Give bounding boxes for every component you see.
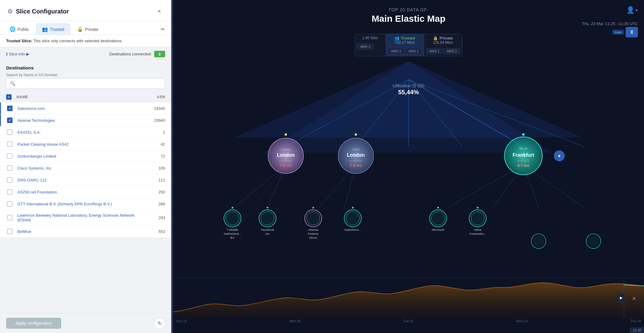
- svg-point-37: [226, 211, 239, 225]
- svg-point-72: [477, 207, 479, 208]
- panel-divider: [171, 0, 173, 333]
- svg-text:Facebook: Facebook: [261, 228, 274, 231]
- check-all-column[interactable]: [6, 94, 13, 100]
- info-label: Trusted Slice:: [6, 39, 32, 43]
- datetime-display: Thu, 23 Mar, 11:25 –11:30 UTC Live ⏸: [582, 21, 638, 37]
- svg-point-42: [261, 211, 274, 225]
- table-row[interactable]: Salesforce.com 14340: [0, 103, 171, 114]
- timeline-label-0: Sun 19: [176, 319, 187, 323]
- destinations-connected-label: Destinations connected:: [109, 52, 152, 56]
- datetime-text: Thu, 23 Mar, 11:25 –11:30 UTC: [582, 21, 638, 26]
- svg-point-57: [471, 211, 484, 225]
- table-row[interactable]: Lawrence Berkeley National Laboratory, E…: [0, 210, 171, 225]
- tab-bar: 🌐 Public 👥 Trusted 🔒 Private ✏: [0, 21, 171, 35]
- search-input-wrapper[interactable]: 🔍: [6, 78, 165, 89]
- bw-sub-ams2-3[interactable]: AMS 2: [443, 48, 460, 54]
- row-asn: 72: [144, 154, 165, 159]
- svg-text:Lonap: Lonap: [281, 148, 290, 151]
- search-input[interactable]: [18, 81, 161, 86]
- row-checkbox[interactable]: [7, 165, 13, 171]
- apply-configuration-button[interactable]: Apply configuration: [6, 318, 61, 329]
- svg-text:Corporatio...: Corporatio...: [469, 232, 486, 235]
- bw-tab-private[interactable]: 🔒 Private 126.09 Mb/s: [424, 34, 462, 47]
- row-name: Schlumberger Limited: [17, 154, 141, 159]
- refresh-button[interactable]: ↻: [154, 318, 165, 329]
- table-row[interactable]: Cisco Systems, Inc. 109: [0, 162, 171, 174]
- row-name: DNS-OARC-112: [17, 178, 141, 182]
- row-checkbox[interactable]: [7, 215, 13, 220]
- trusted-icon-bw: 👥: [394, 36, 399, 40]
- timeline-panel: Sun 19 Mon 20 Tue 21 Wed 22 Thu 23 ▶ ✕ 1…: [173, 278, 644, 333]
- table-row[interactable]: Akamai Technologies 20940: [0, 114, 171, 126]
- table-row[interactable]: DNS-OARC-112 112: [0, 174, 171, 186]
- row-name: GTT International B.V. (formerly KPN Eur…: [17, 202, 141, 206]
- close-button[interactable]: ×: [155, 7, 164, 16]
- bw-speed-190: 1.90 Gb/s: [362, 36, 378, 40]
- tab-trusted[interactable]: 👥 Trusted: [36, 24, 70, 35]
- top-right-controls: 👤 ▾: [626, 6, 638, 14]
- row-name: Packet Clearing House AS42: [17, 142, 141, 147]
- row-checkbox[interactable]: [7, 201, 13, 207]
- table-row[interactable]: AS250.net Foundation 250: [0, 186, 171, 198]
- destinations-count-badge: 2: [154, 51, 165, 57]
- row-checkbox[interactable]: [7, 118, 13, 123]
- svg-text:7.5 ms: 7.5 ms: [279, 163, 292, 168]
- bandwidth-tabs: 1.90 Gb/s AMS 2 👥 Trusted 743.17 Mb/s AM…: [355, 34, 462, 56]
- bw-speed-private: 126.09 Mb/s: [433, 40, 453, 45]
- bw-sub-ams1-2[interactable]: AMS 1: [426, 48, 443, 54]
- table-row[interactable]: Packet Clearing House AS42 42: [0, 138, 171, 150]
- search-icon: 🔍: [10, 81, 15, 86]
- tab-public[interactable]: 🌐 Public: [4, 24, 35, 35]
- svg-text:Inc: Inc: [265, 232, 269, 235]
- map-title: Main Elastic Map: [173, 13, 644, 24]
- svg-text:LATENCY: LATENCY: [279, 159, 292, 163]
- svg-point-61: [533, 236, 544, 247]
- slice-info-link[interactable]: ℹ Slice info ▶: [6, 52, 29, 56]
- destinations-header: Destinations: [0, 61, 171, 73]
- bw-tab-190[interactable]: 1.90 Gb/s: [355, 34, 386, 43]
- svg-text:LATENCY: LATENCY: [350, 159, 362, 163]
- timeline-labels: Sun 19 Mon 20 Tue 21 Wed 22 Thu 23: [173, 319, 644, 323]
- svg-text:LATENCY: LATENCY: [517, 159, 530, 163]
- bw-tab-trusted[interactable]: 👥 Trusted 743.17 Mb/s: [386, 34, 424, 47]
- slice-configurator-panel: ⚙ Slice Configurator × 🌐 Public 👥 Truste…: [0, 0, 171, 333]
- user-avatar[interactable]: 👤 ▾: [626, 6, 638, 14]
- svg-text:7.5 ms: 7.5 ms: [350, 163, 362, 168]
- row-checkbox[interactable]: [7, 177, 13, 183]
- bw-sub-ams2-2[interactable]: AMS 2: [388, 48, 405, 54]
- svg-line-15: [447, 165, 524, 208]
- svg-point-67: [231, 207, 233, 208]
- row-name: Lawrence Berkeley National Laboratory, E…: [17, 213, 141, 222]
- close-timeline-button[interactable]: ✕: [630, 294, 638, 302]
- search-label: Search by Name or AS Number: [6, 73, 165, 77]
- row-name: EXATEL S.A.: [17, 130, 141, 135]
- tab-private[interactable]: 🔒 Private: [71, 24, 104, 35]
- timeline-label-4: Thu 23: [631, 319, 641, 323]
- destinations-rows: Salesforce.com 14340 Akamai Technologies…: [0, 103, 171, 237]
- svg-point-63: [588, 236, 599, 247]
- table-row[interactable]: Schlumberger Limited 72: [0, 150, 171, 162]
- row-checkbox[interactable]: [7, 141, 13, 147]
- play-button[interactable]: ▶: [616, 293, 626, 302]
- timeline-end-time: 11:30: [630, 327, 644, 333]
- bw-sub-ams1-1[interactable]: AMS 1: [405, 48, 422, 54]
- row-checkbox[interactable]: [7, 153, 13, 159]
- row-checkbox[interactable]: [7, 129, 13, 135]
- row-asn: 109: [144, 166, 165, 170]
- table-row[interactable]: EXATEL S.A. 1: [0, 126, 171, 138]
- row-checkbox[interactable]: [7, 229, 13, 234]
- check-all-checkbox[interactable]: [6, 94, 12, 100]
- table-row[interactable]: GTT International B.V. (formerly KPN Eur…: [0, 198, 171, 210]
- table-row[interactable]: BelWue 553: [0, 226, 171, 237]
- bw-sub-ams2-1[interactable]: AMS 2: [357, 43, 374, 50]
- configurator-icon: ⚙: [7, 8, 13, 15]
- destinations-connected: Destinations connected: 2: [109, 51, 165, 57]
- svg-point-68: [267, 207, 268, 208]
- edit-button[interactable]: ✏: [158, 24, 168, 34]
- network-svg: Utilisation (5 Gb) 55,44% Lonap London L…: [173, 52, 644, 278]
- timeline-label-1: Mon 20: [290, 319, 301, 323]
- row-checkbox[interactable]: [7, 106, 13, 111]
- svg-point-51: [346, 211, 360, 225]
- pause-button[interactable]: ⏸: [626, 27, 638, 37]
- row-checkbox[interactable]: [7, 189, 13, 195]
